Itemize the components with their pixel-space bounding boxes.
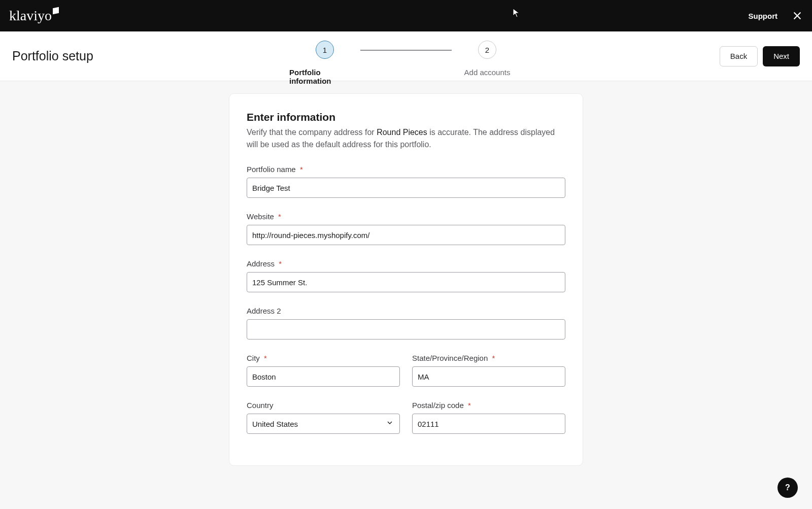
field-portfolio-name: Portfolio name *	[247, 165, 565, 198]
field-country: Country United States	[247, 401, 400, 434]
field-address: Address *	[247, 259, 565, 292]
support-link[interactable]: Support	[749, 12, 778, 20]
portfolio-name-label: Portfolio name *	[247, 165, 565, 174]
back-button[interactable]: Back	[720, 46, 758, 66]
step-1: 1 Portfolio information	[289, 41, 360, 85]
postal-label: Postal/zip code *	[412, 401, 565, 410]
logo: klaviyo	[9, 8, 59, 24]
required-marker: *	[492, 354, 495, 362]
step-line	[360, 50, 452, 51]
field-postal: Postal/zip code *	[412, 401, 565, 434]
card-title: Enter information	[247, 111, 565, 123]
address-label: Address *	[247, 259, 565, 268]
form-card: Enter information Verify that the compan…	[229, 93, 583, 466]
postal-input[interactable]	[412, 414, 565, 434]
step-2-label: Add accounts	[464, 68, 511, 77]
header-actions: Back Next	[720, 46, 800, 66]
field-city: City *	[247, 354, 400, 387]
address2-label: Address 2	[247, 307, 565, 315]
website-label: Website *	[247, 212, 565, 221]
card-subtitle: Verify that the company address for Roun…	[247, 126, 565, 151]
state-input[interactable]	[412, 366, 565, 387]
topbar: klaviyo Support	[0, 0, 812, 31]
main: Enter information Verify that the compan…	[0, 81, 812, 466]
field-website: Website *	[247, 212, 565, 245]
step-1-circle: 1	[316, 41, 334, 59]
step-1-label: Portfolio information	[289, 68, 360, 85]
next-button[interactable]: Next	[763, 46, 800, 66]
required-marker: *	[278, 212, 281, 221]
logo-mark-icon	[53, 7, 59, 15]
country-label: Country	[247, 401, 400, 410]
required-marker: *	[264, 354, 267, 362]
topbar-right: Support	[749, 10, 803, 21]
subtitle-prefix: Verify that the company address for	[247, 128, 377, 137]
company-name: Round Pieces	[377, 128, 427, 137]
field-state: State/Province/Region *	[412, 354, 565, 387]
required-marker: *	[279, 259, 282, 268]
step-2-circle: 2	[478, 41, 496, 59]
logo-text: klaviyo	[9, 8, 52, 24]
header-row: Portfolio setup 1 Portfolio information …	[0, 31, 812, 81]
country-select[interactable]: United States	[247, 414, 400, 434]
website-input[interactable]	[247, 225, 565, 245]
stepper: 1 Portfolio information 2 Add accounts	[289, 41, 523, 85]
required-marker: *	[468, 401, 471, 410]
close-button[interactable]	[792, 10, 803, 21]
help-button[interactable]: ?	[777, 478, 798, 498]
address-input[interactable]	[247, 272, 565, 292]
step-2: 2 Add accounts	[452, 41, 523, 77]
state-label: State/Province/Region *	[412, 354, 565, 362]
field-address2: Address 2	[247, 307, 565, 340]
address2-input[interactable]	[247, 319, 565, 340]
city-input[interactable]	[247, 366, 400, 387]
close-icon	[792, 10, 803, 21]
city-label: City *	[247, 354, 400, 362]
portfolio-name-input[interactable]	[247, 178, 565, 198]
page-title: Portfolio setup	[12, 49, 93, 63]
required-marker: *	[300, 165, 303, 174]
